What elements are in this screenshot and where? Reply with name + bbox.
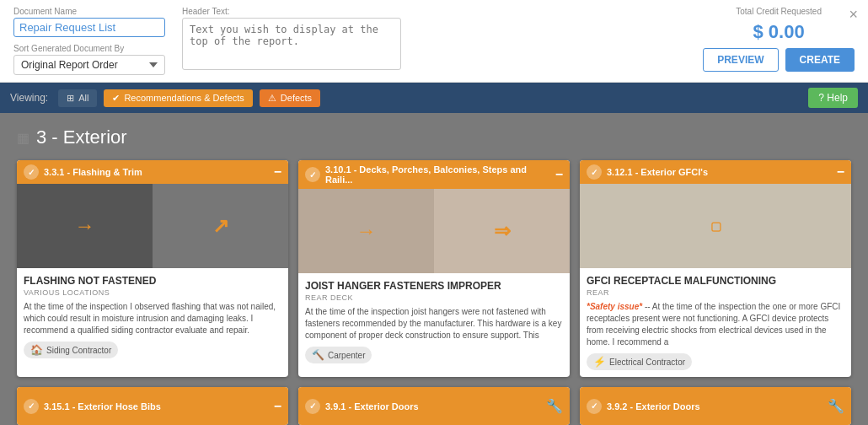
arrow-icon-joist-1: → xyxy=(356,219,377,243)
collapse-icon-hose[interactable]: − xyxy=(274,399,281,414)
card-header-hose: ✓ 3.15.1 - Exterior Hose Bibs − xyxy=(17,387,288,425)
check-circle-gfci: ✓ xyxy=(587,164,602,180)
viewing-label: Viewing: xyxy=(10,92,48,104)
sort-select[interactable]: Original Report Order Category Priority xyxy=(13,55,165,75)
card-exterior-doors-1: ✓ 3.9.1 - Exterior Doors 🔧 xyxy=(298,387,570,425)
check-circle-doors-1: ✓ xyxy=(305,399,320,414)
warning-icon: ⚠ xyxy=(268,93,276,104)
section-title: 3 - Exterior xyxy=(36,126,127,148)
check-circle-hose: ✓ xyxy=(24,399,39,414)
house-icon: 🏠 xyxy=(30,344,43,356)
card-image-2-joist: ⇒ xyxy=(434,189,570,273)
card-location-joist: REAR DECK xyxy=(305,293,563,302)
nav-all-button[interactable]: ⊞ All xyxy=(58,89,97,107)
nav-recommendations-button[interactable]: ✔ Recommendations & Defects xyxy=(104,89,252,107)
check-circle-flashing: ✓ xyxy=(24,164,39,180)
section-header: ▦ 3 - Exterior xyxy=(17,126,851,148)
card-images-joist: → ⇒ xyxy=(298,189,570,273)
card-title-flashing: 3.3.1 - Flashing & Trim xyxy=(44,167,142,177)
help-button[interactable]: ? Help xyxy=(808,88,858,108)
card-title-doors-2: 3.9.2 - Exterior Doors xyxy=(607,401,700,412)
card-image-2-flashing: ↗ xyxy=(153,184,288,268)
card-header-doors-2: ✓ 3.9.2 - Exterior Doors 🔧 xyxy=(580,387,851,425)
collapse-icon-joist[interactable]: − xyxy=(555,167,563,182)
credit-amount: $ 0.00 xyxy=(753,21,805,43)
card-joist-hangers: ✓ 3.10.1 - Decks, Porches, Balconies, St… xyxy=(298,160,570,377)
card-issue-title-joist: JOIST HANGER FASTENERS IMPROPER xyxy=(305,280,563,292)
card-tag-gfci: ⚡ Electrical Contractor xyxy=(587,353,692,370)
card-images-flashing: → ↗ xyxy=(17,184,288,268)
card-location-gfci: REAR xyxy=(587,288,844,297)
document-name-label: Document Name xyxy=(13,7,165,16)
close-button[interactable]: × xyxy=(849,7,858,22)
card-body-joist: JOIST HANGER FASTENERS IMPROPER REAR DEC… xyxy=(298,273,570,370)
card-title-doors-1: 3.9.1 - Exterior Doors xyxy=(325,401,419,412)
card-issue-title-gfci: GFCI RECEPTACLE MALFUNCTIONING xyxy=(587,275,844,287)
card-body-flashing: FLASHING NOT FASTENED VARIOUS LOCATIONS … xyxy=(17,268,288,365)
arrow-icon-joist-2: ⇒ xyxy=(494,219,511,243)
nav-bar: Viewing: ⊞ All ✔ Recommendations & Defec… xyxy=(0,83,868,113)
collapse-icon-gfci[interactable]: − xyxy=(837,164,844,180)
card-issue-title-flashing: FLASHING NOT FASTENED xyxy=(24,275,281,287)
card-image-1-gfci: ▢ xyxy=(580,184,851,268)
safety-label: *Safety issue* xyxy=(587,302,642,311)
card-image-1-joist: → xyxy=(298,189,434,273)
card-description-flashing: At the time of the inspection I observed… xyxy=(24,301,281,336)
action-buttons: PREVIEW CREATE xyxy=(703,48,855,72)
card-title-hose: 3.15.1 - Exterior Hose Bibs xyxy=(44,401,161,412)
card-gfci: ✓ 3.12.1 - Exterior GFCI's − ▢ GFCI RECE… xyxy=(580,160,851,377)
wrench-icon-doors-2[interactable]: 🔧 xyxy=(828,398,844,414)
check-circle-joist: ✓ xyxy=(305,167,320,182)
header-text-label: Header Text: xyxy=(182,7,401,16)
card-flashing-trim: ✓ 3.3.1 - Flashing & Trim − → ↗ FLASHING… xyxy=(17,160,288,377)
main-content: ▦ 3 - Exterior ✓ 3.3.1 - Flashing & Trim… xyxy=(0,113,868,425)
check-icon: ✔ xyxy=(112,93,120,104)
header-text-section: Header Text: xyxy=(182,7,401,70)
card-exterior-doors-2: ✓ 3.9.2 - Exterior Doors 🔧 xyxy=(580,387,851,425)
bottom-row: ✓ 3.15.1 - Exterior Hose Bibs − ✓ 3.9.1 … xyxy=(17,387,851,425)
check-circle-doors-2: ✓ xyxy=(587,399,602,414)
carpenter-icon: 🔨 xyxy=(312,349,324,361)
preview-button[interactable]: PREVIEW xyxy=(703,48,778,72)
section-grid-icon: ▦ xyxy=(17,130,29,146)
card-header-joist: ✓ 3.10.1 - Decks, Porches, Balconies, St… xyxy=(298,160,570,189)
card-location-flashing: VARIOUS LOCATIONS xyxy=(24,288,281,297)
card-header-flashing: ✓ 3.3.1 - Flashing & Trim − xyxy=(17,160,288,184)
card-tag-joist: 🔨 Carpenter xyxy=(305,347,372,363)
document-name-input[interactable] xyxy=(13,18,165,37)
card-header-gfci: ✓ 3.12.1 - Exterior GFCI's − xyxy=(580,160,851,184)
credit-section: Total Credit Requested $ 0.00 PREVIEW CR… xyxy=(703,7,855,72)
arrow-icon-gfci: ▢ xyxy=(710,219,721,233)
card-description-gfci: *Safety issue* -- At the time of the ins… xyxy=(587,301,844,348)
cards-grid: ✓ 3.3.1 - Flashing & Trim − → ↗ FLASHING… xyxy=(17,160,851,377)
arrow-icon-1: → xyxy=(75,214,95,238)
header-text-input[interactable] xyxy=(182,18,401,70)
card-description-joist: At the time of the inspection joist hang… xyxy=(305,306,563,342)
card-tag-flashing: 🏠 Siding Contractor xyxy=(24,342,118,358)
credit-label: Total Credit Requested xyxy=(736,7,822,16)
nav-defects-button[interactable]: ⚠ Defects xyxy=(260,89,320,107)
card-header-doors-1: ✓ 3.9.1 - Exterior Doors 🔧 xyxy=(298,387,570,425)
arrow-icon-2: ↗ xyxy=(212,214,229,238)
wrench-icon-doors-1[interactable]: 🔧 xyxy=(546,398,563,414)
electrical-icon: ⚡ xyxy=(593,356,606,368)
sort-label: Sort Generated Document By xyxy=(13,44,165,53)
card-hose-bibs: ✓ 3.15.1 - Exterior Hose Bibs − xyxy=(17,387,288,425)
card-image-1-flashing: → xyxy=(17,184,153,268)
card-title-gfci: 3.12.1 - Exterior GFCI's xyxy=(607,167,708,177)
card-images-gfci: ▢ xyxy=(580,184,851,268)
card-title-joist: 3.10.1 - Decks, Porches, Balconies, Step… xyxy=(325,164,555,185)
create-button[interactable]: CREATE xyxy=(785,48,855,72)
document-name-section: Document Name Sort Generated Document By… xyxy=(13,7,165,75)
grid-icon: ⊞ xyxy=(67,93,74,104)
top-bar: Document Name Sort Generated Document By… xyxy=(0,0,868,83)
card-body-gfci: GFCI RECEPTACLE MALFUNCTIONING REAR *Saf… xyxy=(580,268,851,377)
collapse-icon-flashing[interactable]: − xyxy=(274,164,281,180)
